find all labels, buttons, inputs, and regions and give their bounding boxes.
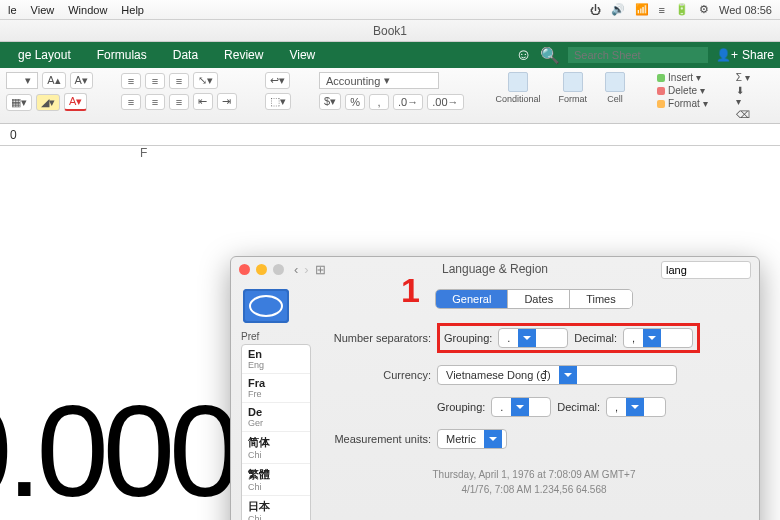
autosum-btn[interactable]: Σ ▾ bbox=[736, 72, 750, 83]
comma-btn[interactable]: , bbox=[369, 94, 389, 110]
tab-review[interactable]: Review bbox=[212, 44, 275, 66]
column-header[interactable]: F bbox=[140, 146, 147, 160]
number-separators-label: Number separators: bbox=[319, 332, 431, 344]
tab-times[interactable]: Times bbox=[569, 290, 632, 308]
cell-content: 0.000 bbox=[0, 376, 235, 520]
ribbon: ▾ A▴ A▾ ▦▾ ◢▾ A▾ ≡ ≡ ≡ ⤡▾ ≡ ≡ ≡ ⇤ ⇥ ↩▾ ⬚… bbox=[0, 68, 780, 124]
decimal-select[interactable]: , bbox=[623, 328, 693, 348]
currency-grouping-label: Grouping: bbox=[437, 401, 485, 413]
smiley-icon[interactable]: ☺ bbox=[516, 46, 532, 64]
menu-item[interactable]: View bbox=[31, 4, 55, 16]
list-item: 简体Chi bbox=[242, 432, 310, 464]
spreadsheet-area[interactable]: F 0.000 ‹ › ⊞ Language & Region Pref bbox=[0, 146, 780, 518]
measurement-label: Measurement units: bbox=[319, 433, 431, 445]
wrap-text[interactable]: ↩▾ bbox=[265, 72, 290, 89]
language-region-dialog: ‹ › ⊞ Language & Region Pref EnEng FraFr… bbox=[230, 256, 760, 520]
currency-btn[interactable]: $▾ bbox=[319, 93, 341, 110]
insert-btn[interactable]: Insert ▾ bbox=[657, 72, 708, 83]
grouping-select[interactable]: . bbox=[498, 328, 568, 348]
tab-view[interactable]: View bbox=[277, 44, 327, 66]
align-center[interactable]: ≡ bbox=[145, 94, 165, 110]
preferred-languages-label: Pref bbox=[241, 331, 311, 342]
tab-page-layout[interactable]: ge Layout bbox=[6, 44, 83, 66]
volume-icon[interactable]: 🔊 bbox=[611, 3, 625, 16]
currency-label: Currency: bbox=[319, 369, 431, 381]
ribbon-tabs: ge Layout Formulas Data Review View ☺ 🔍 … bbox=[0, 42, 780, 68]
indent-inc[interactable]: ⇥ bbox=[217, 93, 237, 110]
font-select[interactable]: ▾ bbox=[6, 72, 38, 89]
orientation[interactable]: ⤡▾ bbox=[193, 72, 218, 89]
number-format-select[interactable]: Accounting ▾ bbox=[319, 72, 439, 89]
fill-btn[interactable]: ◢▾ bbox=[36, 94, 60, 111]
wifi-icon[interactable]: 📶 bbox=[635, 3, 649, 16]
dialog-title: Language & Region bbox=[231, 262, 759, 276]
bluetooth-icon[interactable]: ≡ bbox=[659, 4, 665, 16]
list-item: 日本Chi bbox=[242, 496, 310, 520]
decimal-label: Decimal: bbox=[574, 332, 617, 344]
formula-value: 0 bbox=[4, 128, 23, 142]
tab-dates[interactable]: Dates bbox=[507, 290, 569, 308]
format-example: Thursday, April 1, 1976 at 7:08:09 AM GM… bbox=[319, 467, 749, 497]
cell-styles-btn[interactable]: Cell bbox=[601, 72, 629, 104]
segmented-control: General Dates Times bbox=[435, 289, 632, 309]
spotlight-icon[interactable]: ⚙ bbox=[699, 3, 709, 16]
delete-btn[interactable]: Delete ▾ bbox=[657, 85, 708, 96]
format-table-btn[interactable]: Format bbox=[555, 72, 592, 104]
align-left[interactable]: ≡ bbox=[121, 94, 141, 110]
list-item: EnEng bbox=[242, 345, 310, 374]
conditional-format-btn[interactable]: Conditional bbox=[492, 72, 545, 104]
percent-btn[interactable]: % bbox=[345, 94, 365, 110]
tab-general[interactable]: General bbox=[436, 290, 507, 308]
mac-menubar: le View Window Help ⏻ 🔊 📶 ≡ 🔋 ⚙ Wed 08:5… bbox=[0, 0, 780, 20]
border-btn[interactable]: ▦▾ bbox=[6, 94, 32, 111]
grouping-label: Grouping: bbox=[444, 332, 492, 344]
dec-dec[interactable]: .00→ bbox=[427, 94, 463, 110]
list-item: FraFre bbox=[242, 374, 310, 403]
currency-decimal-label: Decimal: bbox=[557, 401, 600, 413]
wifi-icon[interactable]: ⏻ bbox=[590, 4, 601, 16]
tab-formulas[interactable]: Formulas bbox=[85, 44, 159, 66]
language-list[interactable]: EnEng FraFre DeGer 简体Chi 繁體Chi 日本Chi bbox=[241, 344, 311, 520]
align-bot[interactable]: ≡ bbox=[169, 73, 189, 89]
measurement-select[interactable]: Metric bbox=[437, 429, 507, 449]
fill-down-btn[interactable]: ⬇ ▾ bbox=[736, 85, 750, 107]
search-icon: 🔍 bbox=[540, 46, 560, 65]
callout-1: 1 bbox=[401, 271, 420, 310]
format-btn[interactable]: Format ▾ bbox=[657, 98, 708, 109]
merge[interactable]: ⬚▾ bbox=[265, 93, 291, 110]
clear-btn[interactable]: ⌫ ▾ bbox=[736, 109, 750, 124]
dec-inc[interactable]: .0→ bbox=[393, 94, 423, 110]
menu-item[interactable]: le bbox=[8, 4, 17, 16]
font-size[interactable]: A▴ bbox=[42, 72, 65, 89]
currency-grouping-select[interactable]: . bbox=[491, 397, 551, 417]
window-title: Book1 bbox=[0, 20, 780, 42]
formula-bar[interactable]: 0 bbox=[0, 124, 780, 146]
menu-item[interactable]: Window bbox=[68, 4, 107, 16]
clock[interactable]: Wed 08:56 bbox=[719, 4, 772, 16]
tab-data[interactable]: Data bbox=[161, 44, 210, 66]
list-item: DeGer bbox=[242, 403, 310, 432]
font-color-btn[interactable]: A▾ bbox=[64, 93, 87, 111]
search-sheet-input[interactable] bbox=[568, 47, 708, 63]
align-right[interactable]: ≡ bbox=[169, 94, 189, 110]
indent-dec[interactable]: ⇤ bbox=[193, 93, 213, 110]
share-button[interactable]: 👤+ Share bbox=[716, 48, 774, 62]
battery-icon[interactable]: 🔋 bbox=[675, 3, 689, 16]
list-item: 繁體Chi bbox=[242, 464, 310, 496]
align-top[interactable]: ≡ bbox=[121, 73, 141, 89]
globe-flag-icon bbox=[243, 289, 289, 323]
currency-decimal-select[interactable]: , bbox=[606, 397, 666, 417]
align-mid[interactable]: ≡ bbox=[145, 73, 165, 89]
currency-select[interactable]: Vietnamese Dong (₫) bbox=[437, 365, 677, 385]
menu-item[interactable]: Help bbox=[121, 4, 144, 16]
font-size-dec[interactable]: A▾ bbox=[70, 72, 93, 89]
highlight-1: Grouping: . Decimal: , bbox=[437, 323, 700, 353]
